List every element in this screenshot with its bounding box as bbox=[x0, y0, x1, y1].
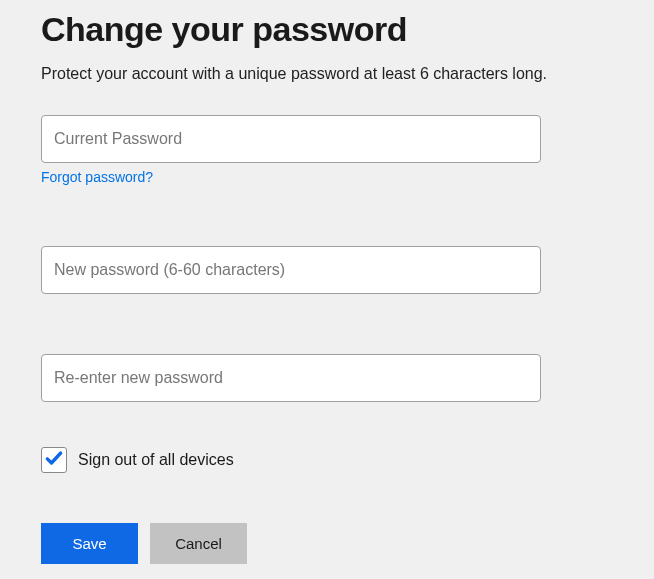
new-password-input[interactable] bbox=[41, 246, 541, 294]
signout-checkbox-label: Sign out of all devices bbox=[78, 451, 234, 469]
cancel-button[interactable]: Cancel bbox=[150, 523, 247, 564]
save-button[interactable]: Save bbox=[41, 523, 138, 564]
button-row: Save Cancel bbox=[41, 523, 654, 564]
confirm-password-group bbox=[41, 354, 654, 402]
current-password-group: Forgot password? bbox=[41, 115, 654, 186]
check-icon bbox=[44, 448, 64, 472]
confirm-password-input[interactable] bbox=[41, 354, 541, 402]
page-title: Change your password bbox=[41, 10, 654, 49]
new-password-group bbox=[41, 246, 654, 294]
forgot-password-link[interactable]: Forgot password? bbox=[41, 169, 153, 185]
signout-checkbox[interactable] bbox=[41, 447, 67, 473]
current-password-input[interactable] bbox=[41, 115, 541, 163]
page-subtitle: Protect your account with a unique passw… bbox=[41, 65, 654, 83]
signout-checkbox-row: Sign out of all devices bbox=[41, 447, 654, 473]
